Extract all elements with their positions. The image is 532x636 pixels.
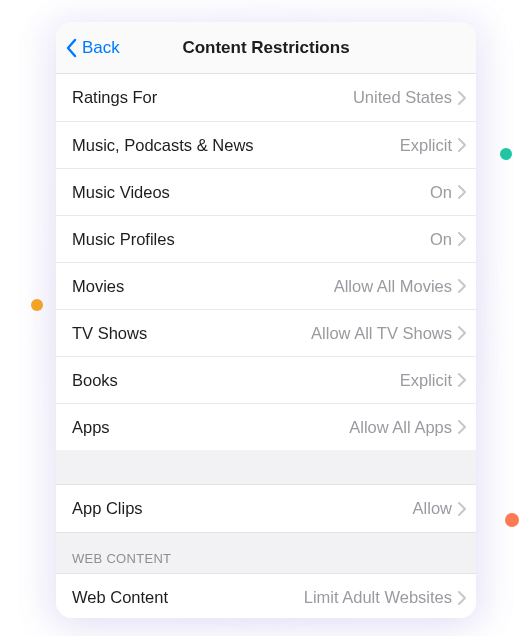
back-label: Back xyxy=(82,38,120,58)
row-label: Apps xyxy=(72,418,110,437)
row-value: Limit Adult Websites xyxy=(168,588,452,607)
settings-group-web: Web Content Limit Adult Websites xyxy=(56,573,476,618)
row-value: Explicit xyxy=(254,136,452,155)
row-label: Music Profiles xyxy=(72,230,175,249)
row-label: Ratings For xyxy=(72,88,157,107)
chevron-right-icon xyxy=(458,279,466,293)
row-ratings-for[interactable]: Ratings For United States xyxy=(56,74,476,121)
chevron-right-icon xyxy=(458,591,466,605)
section-header-web: WEB CONTENT xyxy=(56,533,476,573)
chevron-right-icon xyxy=(458,502,466,516)
row-music-profiles[interactable]: Music Profiles On xyxy=(56,215,476,262)
row-value: Allow All Apps xyxy=(110,418,452,437)
chevron-left-icon xyxy=(66,38,78,58)
decorative-dot-orange xyxy=(31,299,43,311)
row-value: Allow xyxy=(143,499,452,518)
row-label: Movies xyxy=(72,277,124,296)
row-label: Music Videos xyxy=(72,183,170,202)
row-label: Music, Podcasts & News xyxy=(72,136,254,155)
back-button[interactable]: Back xyxy=(66,38,120,58)
chevron-right-icon xyxy=(458,138,466,152)
row-apps[interactable]: Apps Allow All Apps xyxy=(56,403,476,450)
row-music-videos[interactable]: Music Videos On xyxy=(56,168,476,215)
decorative-dot-coral xyxy=(505,513,519,527)
phone-frame: Back Content Restrictions Ratings For Un… xyxy=(56,22,476,618)
row-movies[interactable]: Movies Allow All Movies xyxy=(56,262,476,309)
decorative-dot-teal xyxy=(500,148,512,160)
row-value: On xyxy=(170,183,452,202)
row-app-clips[interactable]: App Clips Allow xyxy=(56,485,476,532)
chevron-right-icon xyxy=(458,420,466,434)
row-value: United States xyxy=(157,88,452,107)
row-tv-shows[interactable]: TV Shows Allow All TV Shows xyxy=(56,309,476,356)
chevron-right-icon xyxy=(458,91,466,105)
group-spacer xyxy=(56,450,476,484)
row-music-podcasts-news[interactable]: Music, Podcasts & News Explicit xyxy=(56,121,476,168)
row-value: Allow All TV Shows xyxy=(147,324,452,343)
row-label: TV Shows xyxy=(72,324,147,343)
chevron-right-icon xyxy=(458,232,466,246)
navigation-bar: Back Content Restrictions xyxy=(56,22,476,74)
settings-group-main: Ratings For United States Music, Podcast… xyxy=(56,74,476,450)
chevron-right-icon xyxy=(458,185,466,199)
chevron-right-icon xyxy=(458,326,466,340)
row-label: App Clips xyxy=(72,499,143,518)
row-web-content[interactable]: Web Content Limit Adult Websites xyxy=(56,574,476,618)
row-value: Allow All Movies xyxy=(124,277,452,296)
row-books[interactable]: Books Explicit xyxy=(56,356,476,403)
settings-group-appclips: App Clips Allow xyxy=(56,484,476,533)
chevron-right-icon xyxy=(458,373,466,387)
row-label: Books xyxy=(72,371,118,390)
row-value: On xyxy=(175,230,452,249)
row-value: Explicit xyxy=(118,371,452,390)
row-label: Web Content xyxy=(72,588,168,607)
